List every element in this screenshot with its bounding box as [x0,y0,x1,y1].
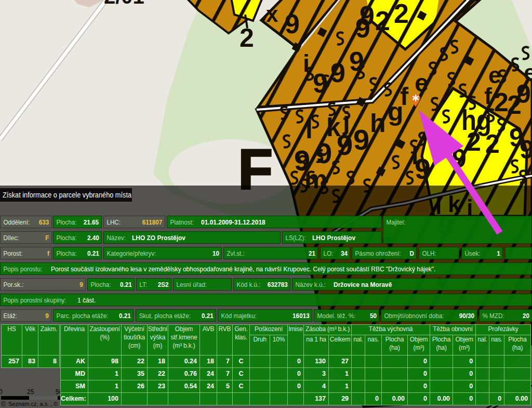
svg-text:2: 2 [394,0,409,29]
svg-text:2: 2 [485,129,500,159]
svg-text:9: 9 [415,152,431,185]
svg-text:9: 9 [353,123,369,156]
svg-text:9: 9 [520,135,532,164]
svg-text:2: 2 [494,88,509,117]
svg-text:2: 2 [467,127,481,156]
svg-text:9: 9 [313,68,328,98]
svg-text:9: 9 [330,58,345,88]
svg-text:9: 9 [349,46,364,76]
svg-text:9: 9 [360,1,375,31]
svg-text:e: e [524,60,532,85]
svg-text:e: e [415,69,429,97]
svg-text:h: h [370,109,386,138]
svg-text:2: 2 [375,6,390,36]
svg-text:i: i [303,50,310,77]
svg-text:l: l [305,115,313,144]
svg-text:x: x [266,2,278,27]
svg-text:9: 9 [452,144,467,173]
svg-text:9: 9 [337,128,353,161]
svg-text:f: f [400,83,409,110]
svg-text:2/01: 2/01 [104,0,144,8]
svg-text:9: 9 [285,9,300,39]
